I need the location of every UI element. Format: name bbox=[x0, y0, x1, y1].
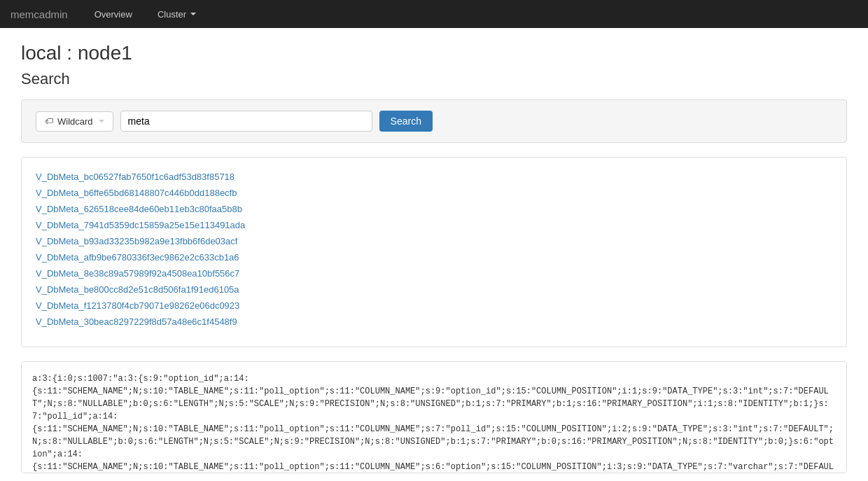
search-panel: 🏷 Wildcard Search bbox=[21, 99, 847, 143]
result-link[interactable]: V_DbMeta_be800cc8d2e51c8d506fa1f91ed6105… bbox=[36, 284, 832, 295]
result-link[interactable]: V_DbMeta_626518cee84de60eb11eb3c80faa5b8… bbox=[36, 204, 832, 214]
chevron-down-icon bbox=[190, 13, 196, 15]
nav-cluster-label: Cluster bbox=[158, 9, 186, 20]
navbar: memcadmin Overview Cluster bbox=[0, 0, 868, 28]
navbar-brand[interactable]: memcadmin bbox=[10, 8, 68, 20]
nav-overview[interactable]: Overview bbox=[89, 0, 138, 28]
search-input[interactable] bbox=[120, 111, 372, 132]
wildcard-button[interactable]: 🏷 Wildcard bbox=[36, 111, 113, 132]
nav-cluster[interactable]: Cluster bbox=[152, 0, 202, 28]
result-link[interactable]: V_DbMeta_b6ffe65bd68148807c446b0dd188ecf… bbox=[36, 188, 832, 198]
tag-icon: 🏷 bbox=[45, 116, 53, 126]
wildcard-caret-icon bbox=[99, 120, 104, 123]
result-link[interactable]: V_DbMeta_b93ad33235b982a9e13fbb6f6de03ac… bbox=[36, 236, 832, 246]
result-link[interactable]: V_DbMeta_bc06527fab7650f1c6adf53d83f8571… bbox=[36, 172, 832, 182]
page-container: local : node1 Search 🏷 Wildcard Search V… bbox=[0, 28, 868, 481]
code-panel: a:3:{i:0;s:1007:"a:3:{s:9:"option_id";a:… bbox=[21, 361, 847, 473]
section-title: Search bbox=[21, 70, 847, 88]
page-title: local : node1 bbox=[21, 42, 847, 64]
wildcard-label: Wildcard bbox=[57, 116, 93, 127]
result-link[interactable]: V_DbMeta_f1213780f4cb79071e98262e06dc092… bbox=[36, 300, 832, 311]
results-panel: V_DbMeta_bc06527fab7650f1c6adf53d83f8571… bbox=[21, 157, 847, 347]
result-link[interactable]: V_DbMeta_afb9be6780336f3ec9862e2c633cb1a… bbox=[36, 252, 832, 263]
result-link[interactable]: V_DbMeta_7941d5359dc15859a25e15e113491ad… bbox=[36, 220, 832, 230]
search-button[interactable]: Search bbox=[379, 111, 433, 132]
result-link[interactable]: V_DbMeta_8e38c89a57989f92a4508ea10bf556c… bbox=[36, 268, 832, 279]
result-link[interactable]: V_DbMeta_30beac8297229f8d57a48e6c1f4548f… bbox=[36, 316, 832, 327]
